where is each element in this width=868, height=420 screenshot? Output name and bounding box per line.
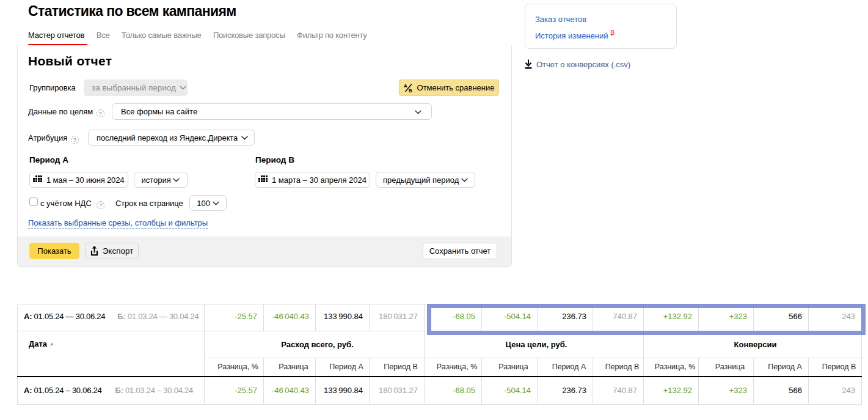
svg-text:A: A bbox=[404, 83, 407, 89]
svg-text:B: B bbox=[409, 88, 412, 93]
